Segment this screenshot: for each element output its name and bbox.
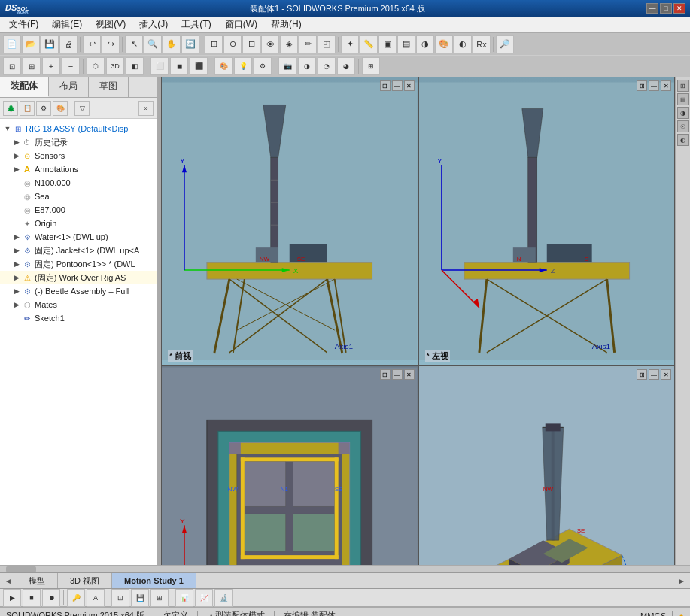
- vp-front-close[interactable]: ✕: [404, 80, 415, 91]
- tab-model[interactable]: 模型: [17, 573, 58, 588]
- config-manager-btn[interactable]: ⚙: [36, 101, 51, 116]
- tree-beetle-expand[interactable]: ▶: [12, 287, 21, 296]
- tree-jacket-expand[interactable]: ▶: [12, 246, 21, 255]
- tree-mates-expand[interactable]: ▶: [12, 300, 21, 309]
- tab-scroll-left[interactable]: ◄: [0, 575, 17, 587]
- bt-stop[interactable]: ■: [23, 589, 41, 607]
- viewport-front[interactable]: ⊞ — ✕: [162, 77, 418, 365]
- zoom-button[interactable]: 🔍: [144, 35, 162, 53]
- tree-annotations-expand[interactable]: ▶: [12, 165, 21, 174]
- tree-item-origin[interactable]: ✦ Origin: [0, 217, 157, 230]
- display-wireframe-button[interactable]: ⬜: [150, 57, 169, 75]
- tree-item-beetle[interactable]: ▶ ⚙ (-) Beetle Assembly – Full: [0, 284, 157, 298]
- bt-timeline[interactable]: 📊: [175, 589, 193, 607]
- edit-appearance-button[interactable]: 🎨: [214, 57, 233, 75]
- vp-front-maximize[interactable]: ⊞: [380, 80, 391, 91]
- menu-help[interactable]: 帮助(H): [265, 17, 308, 32]
- display-shaded-button[interactable]: ◼: [170, 57, 188, 75]
- minimize-button[interactable]: —: [646, 3, 658, 14]
- viewport-left[interactable]: ⊞ — ✕: [419, 77, 675, 365]
- tree-item-workover[interactable]: ▶ ⚠ (固定) Work Over Rig AS: [0, 271, 157, 284]
- view-3d-button[interactable]: 3D: [106, 57, 124, 75]
- menu-view[interactable]: 视图(V): [90, 17, 132, 32]
- undo-button[interactable]: ↩: [83, 35, 101, 53]
- measure-button[interactable]: 📏: [360, 35, 378, 53]
- bt-record[interactable]: ⏺: [42, 589, 60, 607]
- zoom-fit-button[interactable]: ⊡: [3, 57, 21, 75]
- ambient-occ-button[interactable]: ◕: [337, 57, 355, 75]
- vp-left-minimize[interactable]: —: [649, 80, 659, 91]
- tree-history-expand[interactable]: ▶: [12, 138, 21, 147]
- zoom-area-button[interactable]: ⊞: [23, 57, 41, 75]
- tree-item-annotations[interactable]: ▶ A Annotations: [0, 162, 157, 176]
- tree-item-e87[interactable]: ◎ E87.000: [0, 203, 157, 217]
- tree-item-pontoon[interactable]: ▶ ⚙ 固定) Pontoon<1>> * (DWL: [0, 257, 157, 271]
- vp-top-minimize[interactable]: —: [392, 369, 403, 380]
- open-button[interactable]: 📂: [22, 35, 40, 53]
- tree-item-jacket[interactable]: ▶ ⚙ 固定) Jacket<1> (DWL up<A: [0, 244, 157, 257]
- linear-pattern-button[interactable]: ⊟: [242, 35, 260, 53]
- vp-left-maximize[interactable]: ⊞: [637, 80, 647, 91]
- horizontal-scroll[interactable]: [0, 565, 690, 572]
- bt-results[interactable]: 📈: [195, 589, 213, 607]
- realview-toggle-button[interactable]: ◑: [298, 57, 316, 75]
- tab-3d-view[interactable]: 3D 视图: [58, 573, 112, 588]
- right-icon-2[interactable]: ▤: [677, 93, 689, 105]
- vp-iso-maximize[interactable]: ⊞: [637, 369, 647, 380]
- menu-file[interactable]: 文件(F): [3, 17, 44, 32]
- tree-root-item[interactable]: ▼ ⊞ RIG 18 ASSY (Default<Disp: [0, 122, 157, 135]
- viewport-iso[interactable]: ⊞ — ✕: [419, 366, 675, 565]
- scenes-lights-button[interactable]: 💡: [234, 57, 252, 75]
- reference-button[interactable]: ✦: [341, 35, 359, 53]
- shadows-button[interactable]: ◔: [318, 57, 336, 75]
- camera-button[interactable]: 📷: [278, 57, 296, 75]
- filter-btn[interactable]: ▽: [74, 101, 90, 116]
- tree-item-sensors[interactable]: ▶ ⊙ Sensors: [0, 149, 157, 162]
- vp-front-minimize[interactable]: —: [392, 80, 403, 91]
- tab-sketch[interactable]: 草图: [89, 77, 129, 97]
- vp-iso-close[interactable]: ✕: [661, 369, 671, 380]
- tab-layout[interactable]: 布局: [49, 77, 89, 97]
- menu-window[interactable]: 窗口(W): [219, 17, 263, 32]
- tree-sensors-expand[interactable]: ▶: [12, 151, 21, 160]
- bt-auto[interactable]: A: [87, 589, 105, 607]
- select-button[interactable]: ↖: [125, 35, 143, 53]
- edit-component-button[interactable]: ✏: [299, 35, 317, 53]
- smart-mates-button[interactable]: ⊙: [223, 35, 242, 53]
- view-settings-button[interactable]: ⚙: [254, 57, 272, 75]
- maximize-button[interactable]: □: [660, 3, 672, 14]
- scenes-button[interactable]: ◑: [416, 35, 434, 53]
- zoom-in-button[interactable]: +: [42, 57, 60, 75]
- vp-top-maximize[interactable]: ⊞: [380, 369, 391, 380]
- feature-tree[interactable]: ▼ ⊞ RIG 18 ASSY (Default<Disp ▶ ⏱ 历史记录 ▶…: [0, 119, 157, 565]
- solidworks-rx-button[interactable]: Rx: [473, 35, 491, 53]
- tab-motion-study[interactable]: Motion Study 1: [112, 573, 196, 588]
- expand-panel-btn[interactable]: »: [138, 101, 154, 116]
- search-button[interactable]: 🔎: [496, 35, 514, 53]
- bt-analysis[interactable]: 🔬: [214, 589, 233, 607]
- appearance-manager-btn[interactable]: 🎨: [53, 101, 68, 116]
- right-icon-4[interactable]: ☉: [677, 120, 689, 132]
- right-icon-3[interactable]: ◑: [677, 107, 689, 119]
- close-button[interactable]: ✕: [673, 3, 685, 14]
- insert-component-button[interactable]: ⊞: [205, 35, 223, 53]
- tree-item-sea[interactable]: ◎ Sea: [0, 190, 157, 203]
- menu-tools[interactable]: 工具(T): [175, 17, 217, 32]
- menu-insert[interactable]: 插入(J): [133, 17, 174, 32]
- display-edges-button[interactable]: ⬛: [190, 57, 208, 75]
- bt-calc[interactable]: ⊡: [111, 589, 129, 607]
- tree-water-expand[interactable]: ▶: [12, 232, 21, 241]
- right-icon-5[interactable]: ◐: [677, 134, 689, 146]
- tree-root-expand[interactable]: ▼: [3, 124, 12, 133]
- save-button[interactable]: 💾: [41, 35, 59, 53]
- redo-button[interactable]: ↪: [102, 35, 120, 53]
- tree-item-water[interactable]: ▶ ⚙ Water<1> (DWL up): [0, 230, 157, 244]
- display-pane-button[interactable]: ▤: [397, 35, 415, 53]
- property-manager-btn[interactable]: 📋: [20, 101, 35, 116]
- feature-tree-btn[interactable]: 🌲: [3, 101, 18, 116]
- view-section-button[interactable]: ◧: [126, 57, 144, 75]
- view-orient-button[interactable]: ⬡: [87, 57, 105, 75]
- hide-show-button[interactable]: 👁: [261, 35, 279, 53]
- realview-button[interactable]: ◐: [454, 35, 472, 53]
- rotate-button[interactable]: 🔄: [181, 35, 199, 53]
